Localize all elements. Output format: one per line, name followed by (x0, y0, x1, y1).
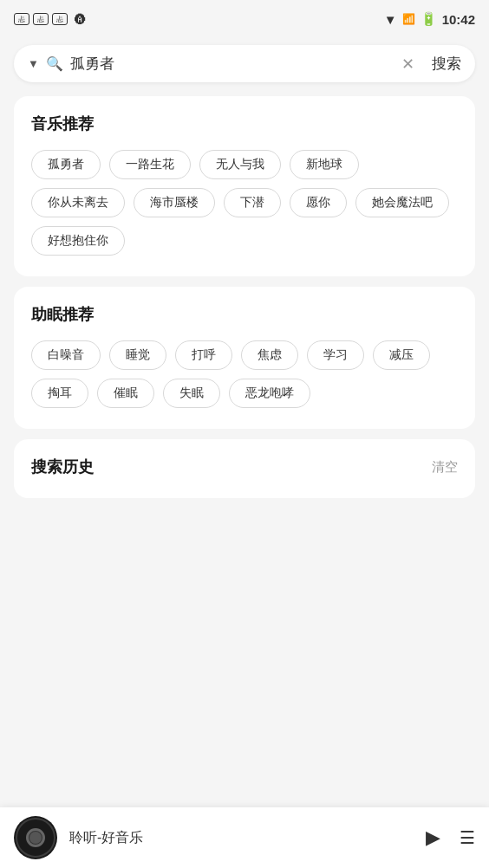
notif-icon-2: 忐 (33, 13, 49, 25)
wifi-icon: ▼ (384, 12, 397, 27)
search-dropdown-button[interactable]: ▼ (28, 57, 39, 70)
search-input[interactable]: 孤勇者 (70, 54, 391, 74)
player-play-button[interactable]: ▶ (426, 826, 440, 849)
sim-icon: 🅐 (75, 13, 86, 26)
disc-center (29, 832, 42, 844)
battery-icon: 🔋 (421, 11, 437, 27)
history-title: 搜索历史 (31, 457, 94, 477)
player-track-title: 聆听-好音乐 (69, 829, 414, 847)
player-disc (14, 816, 57, 859)
clear-history-button[interactable]: 清空 (432, 459, 458, 476)
music-tag[interactable]: 愿你 (290, 188, 347, 217)
music-tag[interactable]: 好想抱住你 (31, 226, 125, 256)
sleep-tag[interactable]: 学习 (307, 340, 364, 370)
sleep-tag[interactable]: 失眠 (163, 379, 220, 408)
music-tag[interactable]: 一路生花 (109, 150, 191, 179)
search-history-section: 搜索历史 清空 (14, 439, 475, 498)
music-tag[interactable]: 海市蜃楼 (134, 188, 215, 217)
music-tag[interactable]: 你从未离去 (31, 188, 125, 217)
sleep-tags-container: 白噪音睡觉打呼焦虑学习减压掏耳催眠失眠恶龙咆哮 (31, 340, 458, 408)
music-section-title: 音乐推荐 (31, 113, 458, 134)
sleep-tag[interactable]: 焦虑 (241, 340, 298, 370)
sleep-tag[interactable]: 白噪音 (31, 340, 101, 370)
search-bar: ▼ 🔍 孤勇者 ✕ 搜索 (14, 45, 475, 82)
search-magnifier-icon: 🔍 (46, 55, 63, 72)
sleep-tag[interactable]: 减压 (373, 340, 430, 370)
notif-icon-1: 忐 (14, 13, 29, 25)
clear-search-button[interactable]: ✕ (398, 55, 418, 74)
music-tag[interactable]: 无人与我 (199, 150, 281, 179)
music-tag[interactable]: 新地球 (290, 150, 359, 179)
sleep-tag[interactable]: 催眠 (97, 379, 154, 408)
sleep-tag[interactable]: 恶龙咆哮 (229, 379, 310, 408)
sleep-recommendations-section: 助眠推荐 白噪音睡觉打呼焦虑学习减压掏耳催眠失眠恶龙咆哮 (14, 287, 475, 429)
main-content: 音乐推荐 孤勇者一路生花无人与我新地球你从未离去海市蜃楼下潜愿你她会魔法吧好想抱… (0, 89, 489, 505)
status-right: ▼ 📶 🔋 10:42 (384, 11, 475, 27)
sleep-tag[interactable]: 打呼 (175, 340, 232, 370)
search-submit-button[interactable]: 搜索 (425, 54, 461, 74)
notif-icon-3: 忐 (52, 13, 68, 25)
music-tags-container: 孤勇者一路生花无人与我新地球你从未离去海市蜃楼下潜愿你她会魔法吧好想抱住你 (31, 150, 458, 256)
bottom-player: 聆听-好音乐 ▶ ☰ (0, 807, 489, 868)
time-display: 10:42 (442, 12, 475, 27)
sleep-section-title: 助眠推荐 (31, 304, 458, 325)
player-playlist-button[interactable]: ☰ (460, 827, 475, 848)
music-recommendations-section: 音乐推荐 孤勇者一路生花无人与我新地球你从未离去海市蜃楼下潜愿你她会魔法吧好想抱… (14, 96, 475, 276)
status-bar: 忐 忐 忐 🅐 ▼ 📶 🔋 10:42 (0, 0, 489, 38)
sleep-tag[interactable]: 掏耳 (31, 379, 88, 408)
signal-icon: 📶 (402, 13, 415, 25)
music-tag[interactable]: 下潜 (224, 188, 281, 217)
dropdown-arrow-icon: ▼ (28, 57, 39, 70)
notification-icons: 忐 忐 忐 🅐 (14, 13, 86, 26)
music-tag[interactable]: 孤勇者 (31, 150, 101, 179)
sleep-tag[interactable]: 睡觉 (109, 340, 166, 370)
history-header: 搜索历史 清空 (31, 457, 458, 477)
music-tag[interactable]: 她会魔法吧 (355, 188, 449, 217)
